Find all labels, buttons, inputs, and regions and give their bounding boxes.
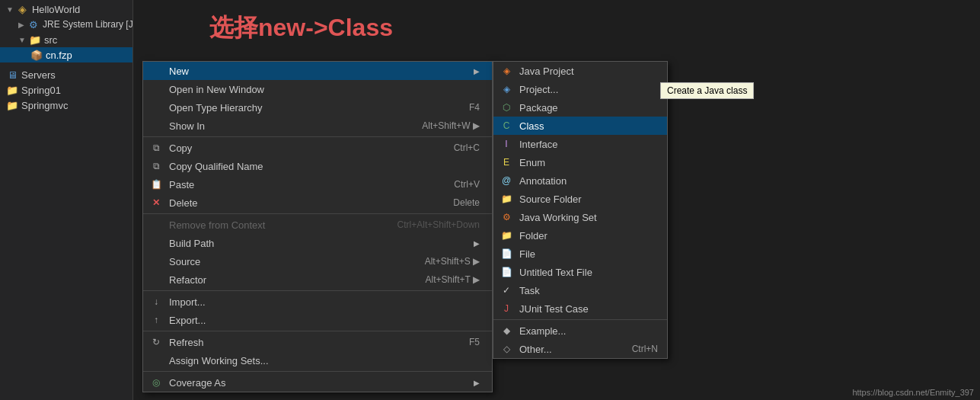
submenu-item-folder[interactable]: 📁 Folder (493, 226, 667, 245)
submenu-label: Annotation (519, 175, 567, 187)
menu-label: Open in New Window (169, 84, 264, 95)
file-icon: 📄 (500, 247, 513, 261)
submenu-item-annotation[interactable]: @ Annotation (493, 171, 667, 190)
submenu-label: Interface (519, 139, 558, 150)
menu-label: Assign Working Sets... (169, 355, 269, 366)
divider (493, 319, 667, 320)
shortcut: Alt+Shift+T ▶ (426, 274, 480, 285)
submenu-item-class[interactable]: C Class (493, 117, 667, 135)
remove-context-icon (149, 218, 163, 232)
untitled-file-icon: 📄 (500, 265, 513, 279)
menu-label: Coverage As (169, 377, 225, 389)
submenu-label: Project... (519, 84, 558, 95)
menu-item-new[interactable]: New ▶ (143, 62, 492, 80)
submenu-item-package[interactable]: ⬡ Package (493, 98, 667, 117)
source-folder-icon: 📁 (500, 192, 513, 206)
new-icon (149, 64, 163, 78)
context-menu: New ▶ Open in New Window Open Type Hiera… (142, 61, 493, 392)
menu-label: Build Path (169, 238, 214, 249)
class-icon: C (500, 119, 513, 133)
submenu-item-java-project[interactable]: ◈ Java Project (493, 62, 667, 80)
submenu-label: Other... (519, 344, 552, 355)
sidebar: ▼ ◈ HelloWorld ▶ ⚙ JRE System Library [J… (0, 0, 133, 400)
submenu-item-project[interactable]: ◈ Project... (493, 80, 667, 98)
sidebar-item-spring01[interactable]: 📁 Spring01 (0, 82, 132, 98)
refactor-icon (149, 273, 163, 286)
menu-item-open-type-hierarchy[interactable]: Open Type Hierarchy F4 (143, 98, 492, 117)
other-icon: ◇ (500, 342, 513, 356)
menu-item-refactor[interactable]: Refactor Alt+Shift+T ▶ (143, 270, 492, 289)
menu-label: Copy (169, 142, 192, 154)
tooltip-text: Create a Java class (667, 85, 747, 96)
paste-icon: 📋 (149, 178, 163, 191)
menu-label: Import... (169, 296, 206, 308)
submenu-item-other[interactable]: ◇ Other... Ctrl+N (493, 340, 667, 358)
menu-item-copy[interactable]: ⧉ Copy Ctrl+C (143, 139, 492, 157)
submenu-item-source-folder[interactable]: 📁 Source Folder (493, 190, 667, 208)
divider (143, 213, 492, 214)
coverage-icon: ◎ (149, 376, 163, 389)
expand-arrow-src: ▼ (18, 36, 26, 44)
menu-item-import[interactable]: ↓ Import... (143, 293, 492, 311)
menu-item-show-in[interactable]: Show In Alt+Shift+W ▶ (143, 117, 492, 135)
task-icon: ✓ (500, 283, 513, 297)
menu-item-export[interactable]: ↑ Export... (143, 311, 492, 329)
src-icon: 📁 (29, 34, 41, 46)
submenu-item-junit[interactable]: J JUnit Test Case (493, 299, 667, 318)
delete-icon: ✕ (149, 196, 163, 210)
shortcut: Ctrl+V (454, 179, 480, 190)
menu-item-delete[interactable]: ✕ Delete Delete (143, 194, 492, 212)
menu-item-remove-context[interactable]: Remove from Context Ctrl+Alt+Shift+Down (143, 216, 492, 234)
submenu-label: JUnit Test Case (519, 303, 589, 315)
menu-item-coverage-as[interactable]: ◎ Coverage As ▶ (143, 373, 492, 392)
shortcut: Delete (453, 197, 480, 208)
menu-item-source[interactable]: Source Alt+Shift+S ▶ (143, 252, 492, 270)
open-type-icon (149, 101, 163, 114)
submenu-label: Java Working Set (519, 212, 597, 223)
submenu-item-untitled-text-file[interactable]: 📄 Untitled Text File (493, 263, 667, 281)
sidebar-item-servers[interactable]: 🖥 Servers (0, 62, 132, 82)
menu-item-copy-qualified[interactable]: ⧉ Copy Qualified Name (143, 157, 492, 175)
menu-item-assign-working-sets[interactable]: Assign Working Sets... (143, 351, 492, 370)
submenu-label: Class (519, 120, 544, 132)
import-icon: ↓ (149, 295, 163, 309)
submenu-item-file[interactable]: 📄 File (493, 245, 667, 263)
junit-icon: J (500, 302, 513, 315)
menu-label: Open Type Hierarchy (169, 102, 263, 114)
build-path-icon (149, 236, 163, 250)
submenu-arrow: ▶ (474, 239, 480, 248)
submenu-item-java-working-set[interactable]: ⚙ Java Working Set (493, 208, 667, 226)
sidebar-item-label: HelloWorld (32, 4, 80, 15)
show-in-icon (149, 119, 163, 133)
export-icon: ↑ (149, 313, 163, 327)
sidebar-item-src[interactable]: ▼ 📁 src (0, 32, 132, 47)
folder-icon: 📁 (500, 229, 513, 242)
submenu-label: Source Folder (519, 194, 582, 205)
menu-item-open-new-window[interactable]: Open in New Window (143, 80, 492, 98)
java-working-set-icon: ⚙ (500, 210, 513, 224)
menu-item-paste[interactable]: 📋 Paste Ctrl+V (143, 175, 492, 194)
sidebar-item-springmvc[interactable]: 📁 Springmvc (0, 98, 132, 113)
menu-item-build-path[interactable]: Build Path ▶ (143, 234, 492, 252)
submenu-item-enum[interactable]: E Enum (493, 153, 667, 171)
submenu-label: File (519, 248, 535, 260)
sidebar-item-label: cn.fzp (46, 50, 72, 61)
sidebar-item-jre[interactable]: ▶ ⚙ JRE System Library [Ja... (0, 17, 132, 32)
copy-qualified-icon: ⧉ (149, 159, 163, 173)
divider (143, 331, 492, 331)
menu-label: Export... (169, 315, 206, 326)
expand-arrow-jre: ▶ (18, 21, 24, 29)
sidebar-item-label: Spring01 (21, 85, 61, 96)
divider (143, 290, 492, 291)
expand-arrow: ▼ (6, 5, 14, 14)
submenu-item-interface[interactable]: I Interface (493, 135, 667, 153)
menu-item-refresh[interactable]: ↻ Refresh F5 (143, 333, 492, 351)
sidebar-item-helloworld[interactable]: ▼ ◈ HelloWorld (0, 2, 132, 17)
sidebar-item-cnfzp[interactable]: 📦 cn.fzp (0, 47, 132, 62)
package-icon: 📦 (30, 49, 43, 61)
spring01-icon: 📁 (6, 84, 18, 96)
servers-icon: 🖥 (6, 69, 18, 81)
submenu-item-task[interactable]: ✓ Task (493, 281, 667, 299)
submenu-arrow-coverage: ▶ (474, 379, 480, 387)
submenu-item-example[interactable]: ◆ Example... (493, 322, 667, 340)
